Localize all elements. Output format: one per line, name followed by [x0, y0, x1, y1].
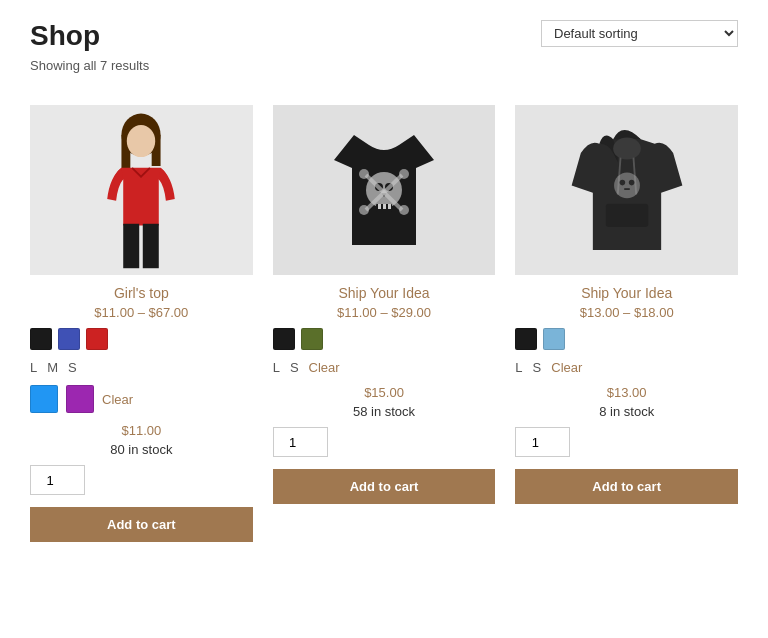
product-card-girls-top: Girl's top $11.00 – $67.00 L M S Clear $… [30, 105, 253, 542]
ship-tshirt-svg [324, 110, 444, 270]
product-name-ship-tshirt: Ship Your Idea [273, 285, 496, 301]
product-image-girls-top [30, 105, 253, 275]
svg-point-3 [127, 125, 155, 157]
svg-point-23 [614, 172, 640, 198]
svg-point-25 [629, 180, 635, 186]
stock-count-2: 58 in stock [273, 404, 496, 419]
color-swatches-ship-tshirt [273, 328, 323, 350]
svg-rect-12 [388, 204, 391, 209]
results-count: Showing all 7 results [30, 58, 149, 73]
add-to-cart-btn-3[interactable]: Add to cart [515, 469, 738, 504]
selected-color-row-girls-top: Clear [30, 385, 133, 413]
color-swatches-girls-top [30, 328, 108, 350]
product-price-ship-tshirt: $11.00 – $29.00 [273, 305, 496, 320]
svg-rect-11 [383, 204, 386, 209]
svg-point-24 [619, 180, 625, 186]
size-btn-S-2[interactable]: S [290, 360, 299, 375]
stock-count-1: 80 in stock [30, 442, 253, 457]
page-title: Shop [30, 20, 149, 52]
svg-point-19 [613, 137, 641, 159]
svg-rect-20 [605, 204, 647, 227]
clear-btn-1[interactable]: Clear [102, 392, 133, 407]
swatch-blue-1[interactable] [58, 328, 80, 350]
ship-hoodie-svg [567, 110, 687, 270]
product-card-ship-hoodie: Ship Your Idea $13.00 – $18.00 L S Clear… [515, 105, 738, 504]
product-card-ship-tshirt: Ship Your Idea $11.00 – $29.00 L S Clear… [273, 105, 496, 504]
stock-count-3: 8 in stock [515, 404, 738, 419]
header-row: Shop Showing all 7 results Default sorti… [30, 20, 738, 89]
size-btn-M-1[interactable]: M [47, 360, 58, 375]
swatch-black-3[interactable] [515, 328, 537, 350]
product-price-girls-top: $11.00 – $67.00 [30, 305, 253, 320]
swatch-lightblue-3[interactable] [543, 328, 565, 350]
selected-swatch-blue[interactable] [30, 385, 58, 413]
sort-select[interactable]: Default sorting Sort by popularity Sort … [541, 20, 738, 47]
add-to-cart-btn-1[interactable]: Add to cart [30, 507, 253, 542]
size-btn-L-1[interactable]: L [30, 360, 37, 375]
product-price-ship-hoodie: $13.00 – $18.00 [515, 305, 738, 320]
svg-rect-4 [124, 224, 140, 268]
color-swatches-ship-hoodie [515, 328, 565, 350]
size-btn-S-3[interactable]: S [533, 360, 542, 375]
stock-price-1: $11.00 [30, 423, 253, 438]
clear-btn-3[interactable]: Clear [551, 360, 582, 375]
size-row-ship-tshirt: L S Clear [273, 360, 340, 375]
clear-btn-2[interactable]: Clear [309, 360, 340, 375]
add-to-cart-btn-2[interactable]: Add to cart [273, 469, 496, 504]
swatch-olive-2[interactable] [301, 328, 323, 350]
qty-input-3[interactable] [515, 427, 570, 457]
product-image-ship-hoodie [515, 105, 738, 275]
swatch-black-1[interactable] [30, 328, 52, 350]
stock-price-2: $15.00 [273, 385, 496, 400]
qty-wrapper-2 [273, 427, 328, 457]
stock-price-3: $13.00 [515, 385, 738, 400]
qty-input-2[interactable] [273, 427, 328, 457]
product-name-girls-top: Girl's top [30, 285, 253, 301]
svg-point-17 [359, 169, 369, 179]
girls-top-svg [81, 110, 201, 270]
svg-point-16 [399, 205, 409, 215]
size-row-girls-top: L M S [30, 360, 77, 375]
svg-point-15 [359, 205, 369, 215]
product-name-ship-hoodie: Ship Your Idea [515, 285, 738, 301]
size-btn-L-2[interactable]: L [273, 360, 280, 375]
svg-point-18 [399, 169, 409, 179]
svg-rect-5 [143, 224, 159, 268]
selected-swatch-purple[interactable] [66, 385, 94, 413]
swatch-black-2[interactable] [273, 328, 295, 350]
header-left: Shop Showing all 7 results [30, 20, 149, 89]
size-row-ship-hoodie: L S Clear [515, 360, 582, 375]
qty-wrapper-1 [30, 465, 85, 495]
product-image-ship-tshirt [273, 105, 496, 275]
swatch-red-1[interactable] [86, 328, 108, 350]
products-grid: Girl's top $11.00 – $67.00 L M S Clear $… [30, 105, 738, 542]
size-btn-S-1[interactable]: S [68, 360, 77, 375]
size-btn-L-3[interactable]: L [515, 360, 522, 375]
qty-wrapper-3 [515, 427, 570, 457]
qty-input-1[interactable] [30, 465, 85, 495]
svg-rect-10 [378, 204, 381, 209]
